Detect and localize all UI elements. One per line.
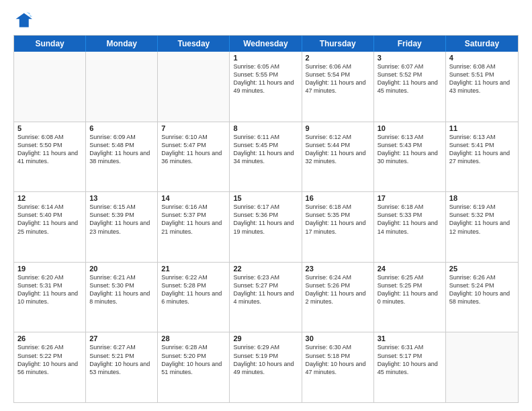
day-info: Sunrise: 6:22 AM Sunset: 5:28 PM Dayligh…: [161, 273, 226, 306]
day-info: Sunrise: 6:26 AM Sunset: 5:22 PM Dayligh…: [17, 343, 82, 376]
calendar-day-empty: [446, 332, 518, 402]
calendar-day-13: 13Sunrise: 6:15 AM Sunset: 5:39 PM Dayli…: [86, 192, 158, 262]
header-day-monday: Monday: [86, 36, 158, 52]
page: SundayMondayTuesdayWednesdayThursdayFrid…: [0, 0, 532, 411]
calendar-day-19: 19Sunrise: 6:20 AM Sunset: 5:31 PM Dayli…: [14, 263, 86, 332]
calendar-day-8: 8Sunrise: 6:11 AM Sunset: 5:45 PM Daylig…: [230, 122, 302, 192]
calendar-week-2: 5Sunrise: 6:08 AM Sunset: 5:50 PM Daylig…: [14, 122, 518, 193]
day-info: Sunrise: 6:21 AM Sunset: 5:30 PM Dayligh…: [89, 273, 154, 306]
logo-icon: [13, 11, 32, 30]
day-number: 14: [161, 194, 226, 202]
day-info: Sunrise: 6:11 AM Sunset: 5:45 PM Dayligh…: [233, 133, 298, 166]
calendar-week-4: 19Sunrise: 6:20 AM Sunset: 5:31 PM Dayli…: [14, 263, 518, 333]
header-day-wednesday: Wednesday: [230, 36, 302, 52]
calendar-day-10: 10Sunrise: 6:13 AM Sunset: 5:43 PM Dayli…: [374, 122, 446, 192]
day-info: Sunrise: 6:14 AM Sunset: 5:40 PM Dayligh…: [17, 203, 82, 236]
day-number: 21: [161, 265, 226, 273]
day-number: 17: [378, 194, 442, 202]
day-number: 4: [449, 54, 515, 62]
day-info: Sunrise: 6:29 AM Sunset: 5:19 PM Dayligh…: [233, 343, 298, 376]
day-info: Sunrise: 6:30 AM Sunset: 5:18 PM Dayligh…: [306, 343, 370, 376]
calendar-day-30: 30Sunrise: 6:30 AM Sunset: 5:18 PM Dayli…: [302, 332, 374, 402]
day-number: 7: [161, 124, 226, 132]
day-number: 29: [233, 334, 298, 342]
day-number: 27: [89, 334, 154, 342]
calendar: SundayMondayTuesdayWednesdayThursdayFrid…: [13, 35, 519, 403]
day-number: 13: [89, 194, 154, 202]
day-info: Sunrise: 6:24 AM Sunset: 5:26 PM Dayligh…: [306, 273, 370, 306]
day-info: Sunrise: 6:23 AM Sunset: 5:27 PM Dayligh…: [233, 273, 298, 306]
day-info: Sunrise: 6:18 AM Sunset: 5:35 PM Dayligh…: [306, 203, 370, 236]
calendar-day-6: 6Sunrise: 6:09 AM Sunset: 5:48 PM Daylig…: [86, 122, 158, 192]
day-number: 3: [378, 54, 442, 62]
day-info: Sunrise: 6:05 AM Sunset: 5:55 PM Dayligh…: [233, 62, 298, 95]
day-number: 2: [306, 54, 370, 62]
calendar-header: SundayMondayTuesdayWednesdayThursdayFrid…: [14, 36, 518, 52]
calendar-day-9: 9Sunrise: 6:12 AM Sunset: 5:44 PM Daylig…: [302, 122, 374, 192]
day-info: Sunrise: 6:13 AM Sunset: 5:43 PM Dayligh…: [378, 133, 442, 166]
calendar-day-22: 22Sunrise: 6:23 AM Sunset: 5:27 PM Dayli…: [230, 263, 302, 332]
calendar-day-12: 12Sunrise: 6:14 AM Sunset: 5:40 PM Dayli…: [14, 192, 86, 262]
day-info: Sunrise: 6:20 AM Sunset: 5:31 PM Dayligh…: [17, 273, 82, 306]
day-number: 9: [306, 124, 370, 132]
calendar-day-26: 26Sunrise: 6:26 AM Sunset: 5:22 PM Dayli…: [14, 332, 86, 402]
calendar-day-7: 7Sunrise: 6:10 AM Sunset: 5:47 PM Daylig…: [158, 122, 230, 192]
svg-marker-0: [16, 13, 33, 28]
day-number: 16: [306, 194, 370, 202]
calendar-day-24: 24Sunrise: 6:25 AM Sunset: 5:25 PM Dayli…: [374, 263, 446, 332]
calendar-day-29: 29Sunrise: 6:29 AM Sunset: 5:19 PM Dayli…: [230, 332, 302, 402]
day-info: Sunrise: 6:13 AM Sunset: 5:41 PM Dayligh…: [449, 133, 515, 166]
header-day-thursday: Thursday: [302, 36, 374, 52]
header-day-tuesday: Tuesday: [158, 36, 230, 52]
calendar-day-18: 18Sunrise: 6:19 AM Sunset: 5:32 PM Dayli…: [446, 192, 518, 262]
calendar-day-27: 27Sunrise: 6:27 AM Sunset: 5:21 PM Dayli…: [86, 332, 158, 402]
day-info: Sunrise: 6:17 AM Sunset: 5:36 PM Dayligh…: [233, 203, 298, 236]
day-number: 19: [17, 265, 82, 273]
calendar-day-21: 21Sunrise: 6:22 AM Sunset: 5:28 PM Dayli…: [158, 263, 230, 332]
logo: [13, 11, 35, 30]
header: [13, 11, 519, 30]
day-info: Sunrise: 6:09 AM Sunset: 5:48 PM Dayligh…: [89, 133, 154, 166]
day-info: Sunrise: 6:16 AM Sunset: 5:37 PM Dayligh…: [161, 203, 226, 236]
calendar-day-20: 20Sunrise: 6:21 AM Sunset: 5:30 PM Dayli…: [86, 263, 158, 332]
header-day-saturday: Saturday: [446, 36, 518, 52]
calendar-day-25: 25Sunrise: 6:26 AM Sunset: 5:24 PM Dayli…: [446, 263, 518, 332]
day-number: 15: [233, 194, 298, 202]
calendar-day-17: 17Sunrise: 6:18 AM Sunset: 5:33 PM Dayli…: [374, 192, 446, 262]
header-day-sunday: Sunday: [14, 36, 86, 52]
day-info: Sunrise: 6:18 AM Sunset: 5:33 PM Dayligh…: [378, 203, 442, 236]
day-info: Sunrise: 6:10 AM Sunset: 5:47 PM Dayligh…: [161, 133, 226, 166]
calendar-day-3: 3Sunrise: 6:07 AM Sunset: 5:52 PM Daylig…: [374, 52, 446, 122]
day-number: 25: [449, 265, 515, 273]
day-number: 26: [17, 334, 82, 342]
day-info: Sunrise: 6:08 AM Sunset: 5:50 PM Dayligh…: [17, 133, 82, 166]
day-number: 5: [17, 124, 82, 132]
day-number: 24: [378, 265, 442, 273]
day-number: 18: [449, 194, 515, 202]
calendar-day-2: 2Sunrise: 6:06 AM Sunset: 5:54 PM Daylig…: [302, 52, 374, 122]
calendar-day-16: 16Sunrise: 6:18 AM Sunset: 5:35 PM Dayli…: [302, 192, 374, 262]
calendar-day-empty: [86, 52, 158, 122]
calendar-week-3: 12Sunrise: 6:14 AM Sunset: 5:40 PM Dayli…: [14, 192, 518, 263]
calendar-week-5: 26Sunrise: 6:26 AM Sunset: 5:22 PM Dayli…: [14, 332, 518, 402]
calendar-day-4: 4Sunrise: 6:08 AM Sunset: 5:51 PM Daylig…: [446, 52, 518, 122]
day-number: 23: [306, 265, 370, 273]
calendar-day-23: 23Sunrise: 6:24 AM Sunset: 5:26 PM Dayli…: [302, 263, 374, 332]
calendar-week-1: 1Sunrise: 6:05 AM Sunset: 5:55 PM Daylig…: [14, 52, 518, 122]
calendar-day-empty: [14, 52, 86, 122]
day-number: 12: [17, 194, 82, 202]
day-info: Sunrise: 6:25 AM Sunset: 5:25 PM Dayligh…: [378, 273, 442, 306]
day-info: Sunrise: 6:28 AM Sunset: 5:20 PM Dayligh…: [161, 343, 226, 376]
calendar-day-31: 31Sunrise: 6:31 AM Sunset: 5:17 PM Dayli…: [374, 332, 446, 402]
calendar-day-5: 5Sunrise: 6:08 AM Sunset: 5:50 PM Daylig…: [14, 122, 86, 192]
day-number: 31: [378, 334, 442, 342]
day-info: Sunrise: 6:07 AM Sunset: 5:52 PM Dayligh…: [378, 62, 442, 95]
day-info: Sunrise: 6:06 AM Sunset: 5:54 PM Dayligh…: [306, 62, 370, 95]
day-number: 10: [378, 124, 442, 132]
day-number: 20: [89, 265, 154, 273]
day-number: 22: [233, 265, 298, 273]
day-number: 1: [233, 54, 298, 62]
day-number: 30: [306, 334, 370, 342]
day-number: 8: [233, 124, 298, 132]
day-info: Sunrise: 6:31 AM Sunset: 5:17 PM Dayligh…: [378, 343, 442, 376]
